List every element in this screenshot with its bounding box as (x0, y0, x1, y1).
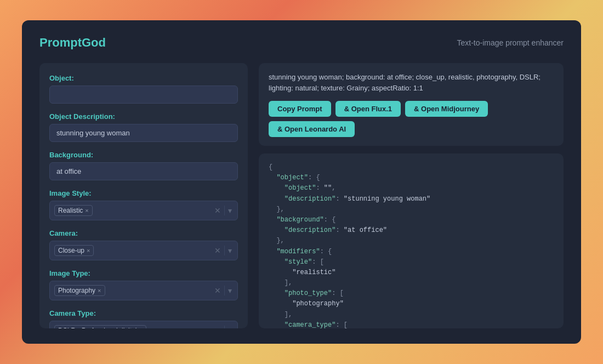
clear-image-type-btn[interactable]: ✕ (213, 286, 222, 295)
field-group-camera-type: Camera Type: DSLR - Professional digital… (49, 309, 238, 328)
prompt-box: stunning young woman; background: at off… (259, 63, 564, 146)
tag-dslr: DSLR - Professional digital × (54, 325, 146, 328)
tag-label-closeup: Close-up (58, 247, 84, 254)
divider (224, 326, 225, 328)
left-panel: Object: Object Description: Background: … (39, 63, 248, 328)
right-panel: stunning young woman; background: at off… (259, 63, 564, 328)
tag-photography: Photography × (54, 285, 105, 296)
main-container: PromptGod Text-to-image prompt enhancer … (22, 20, 581, 344)
open-midjourney-btn[interactable]: & Open Midjourney (405, 101, 488, 117)
tag-controls-camera: ✕ ▾ (213, 246, 233, 255)
tag-close-photography[interactable]: × (98, 288, 101, 294)
tag-realistic: Realistic × (54, 205, 93, 216)
field-group-object-description: Object Description: (49, 112, 238, 142)
divider (224, 246, 225, 255)
json-box: { "object": { "object": "", "description… (259, 153, 564, 328)
tags-area-image-style: Realistic × (54, 205, 213, 216)
divider (224, 286, 225, 295)
label-camera: Camera: (49, 229, 238, 237)
expand-image-type-btn[interactable]: ▾ (227, 286, 233, 295)
app-logo: PromptGod (39, 36, 106, 50)
tag-closeup: Close-up × (54, 245, 94, 256)
tags-area-camera: Close-up × (54, 245, 213, 256)
tag-input-image-type[interactable]: Photography × ✕ ▾ (49, 281, 238, 300)
tag-input-camera[interactable]: Close-up × ✕ ▾ (49, 241, 238, 260)
field-group-background: Background: (49, 151, 238, 180)
label-camera-type: Camera Type: (49, 309, 238, 317)
clear-camera-type-btn[interactable]: ✕ (213, 326, 222, 328)
tag-label-dslr: DSLR - Professional digital (58, 327, 136, 328)
input-object-description[interactable] (49, 124, 238, 142)
divider (224, 206, 225, 215)
clear-camera-btn[interactable]: ✕ (213, 246, 222, 255)
field-group-image-type: Image Type: Photography × ✕ ▾ (49, 269, 238, 300)
open-leonardo-btn[interactable]: & Open Leonardo AI (269, 121, 355, 137)
tag-close-realistic[interactable]: × (85, 208, 88, 214)
input-background[interactable] (49, 162, 238, 180)
tag-label-photography: Photography (58, 287, 95, 294)
expand-camera-type-btn[interactable]: ▾ (227, 326, 233, 328)
field-group-image-style: Image Style: Realistic × ✕ ▾ (49, 189, 238, 220)
label-image-style: Image Style: (49, 189, 238, 197)
clear-image-style-btn[interactable]: ✕ (213, 206, 222, 215)
prompt-text: stunning young woman; background: at off… (269, 72, 554, 93)
content-area: Object: Object Description: Background: … (39, 63, 564, 328)
label-image-type: Image Type: (49, 269, 238, 277)
label-object-description: Object Description: (49, 112, 238, 121)
tags-area-image-type: Photography × (54, 285, 213, 296)
tag-controls-image-style: ✕ ▾ (213, 206, 233, 215)
app-subtitle: Text-to-image prompt enhancer (457, 38, 564, 47)
open-flux-btn[interactable]: & Open Flux.1 (335, 101, 401, 117)
json-content: { "object": { "object": "", "description… (269, 162, 554, 328)
expand-image-style-btn[interactable]: ▾ (227, 206, 233, 215)
tags-area-camera-type: DSLR - Professional digital × (54, 325, 213, 328)
input-object[interactable] (49, 86, 238, 104)
field-group-camera: Camera: Close-up × ✕ ▾ (49, 229, 238, 260)
expand-camera-btn[interactable]: ▾ (227, 246, 233, 255)
label-object: Object: (49, 74, 238, 82)
tag-close-dslr[interactable]: × (139, 328, 142, 329)
tag-input-image-style[interactable]: Realistic × ✕ ▾ (49, 201, 238, 220)
action-buttons: Copy Prompt & Open Flux.1 & Open Midjour… (269, 101, 554, 137)
field-group-object: Object: (49, 74, 238, 104)
tag-label-realistic: Realistic (58, 207, 83, 214)
tag-controls-camera-type: ✕ ▾ (213, 326, 233, 328)
tag-close-closeup[interactable]: × (87, 248, 90, 254)
copy-prompt-btn[interactable]: Copy Prompt (269, 101, 331, 117)
label-background: Background: (49, 151, 238, 159)
header: PromptGod Text-to-image prompt enhancer (39, 36, 564, 50)
tag-input-camera-type[interactable]: DSLR - Professional digital × ✕ ▾ (49, 321, 238, 328)
tag-controls-image-type: ✕ ▾ (213, 286, 233, 295)
